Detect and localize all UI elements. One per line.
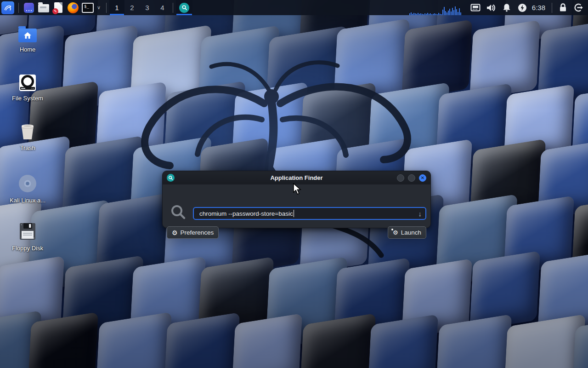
cpu-bar — [427, 13, 428, 15]
terminal-dropdown-chevron[interactable]: ∨ — [95, 5, 102, 11]
panel-separator — [552, 3, 552, 13]
cpu-bar — [419, 14, 420, 15]
titlebar[interactable]: Application Finder ✕ — [163, 171, 430, 184]
desktop-icon-home[interactable]: Home — [5, 26, 51, 53]
cpu-bar — [434, 13, 435, 15]
desktop-icon-kali-cd[interactable]: Kali Linux a... — [5, 174, 51, 204]
dropdown-arrow-icon[interactable]: ↓ — [418, 210, 422, 218]
launcher-file-manager[interactable] — [36, 0, 51, 15]
cpu-bar — [411, 12, 412, 15]
desktop-icon-trash[interactable]: Trash — [5, 122, 51, 151]
floppy-disk-icon — [18, 222, 37, 241]
command-text: chromium --password-store=basic — [199, 210, 293, 217]
command-input[interactable]: chromium --password-store=basic ↓ — [193, 207, 426, 220]
cpu-bar — [437, 14, 438, 15]
search-icon-large — [170, 204, 187, 221]
power-icon — [518, 3, 527, 12]
tray-power[interactable] — [514, 0, 530, 15]
folder-icon — [38, 4, 49, 12]
workspace-2[interactable]: 2 — [124, 0, 140, 15]
tray-volume[interactable] — [483, 0, 499, 15]
tray-lock[interactable] — [555, 0, 571, 15]
cpu-bar — [435, 14, 436, 15]
cpu-bar — [456, 9, 457, 15]
cpu-bar — [413, 13, 414, 15]
bell-icon — [503, 3, 511, 12]
workspace-1-label: 1 — [115, 4, 119, 12]
workspace-1[interactable]: 1 — [109, 0, 124, 15]
terminal-icon: $_ — [82, 3, 94, 13]
cpu-bar — [424, 13, 425, 15]
cpu-bar — [409, 13, 410, 15]
cpu-bar — [459, 8, 460, 15]
cpu-bar — [460, 12, 461, 15]
clock[interactable]: 6:38 — [532, 4, 545, 12]
cpu-bar — [445, 11, 446, 15]
tray-logout[interactable] — [571, 0, 586, 15]
cpu-bar — [440, 14, 441, 15]
ethernet-icon — [470, 4, 481, 12]
tray-notifications[interactable] — [499, 0, 514, 15]
kali-menu-button[interactable] — [0, 0, 16, 15]
trash-can-icon — [18, 122, 37, 141]
app-finder-toggle[interactable] — [176, 0, 192, 15]
cpu-bar — [442, 10, 443, 15]
active-workspace-underline — [110, 14, 124, 15]
lock-icon — [559, 3, 567, 12]
launcher-text-editor[interactable]: ✎ — [51, 0, 66, 15]
finder-active-underline — [176, 14, 192, 15]
workspace-4-label: 4 — [160, 4, 164, 12]
desktop-icon-floppy[interactable]: Floppy Disk — [5, 222, 51, 252]
minimize-button[interactable] — [397, 174, 404, 182]
launcher-window[interactable] — [22, 0, 36, 15]
home-folder-icon — [18, 29, 37, 42]
window-title: Application Finder — [163, 174, 430, 181]
cpu-bar — [438, 13, 439, 15]
cpu-bar — [420, 13, 421, 15]
top-panel: ✎ $_ ∨ 1 2 3 4 — [0, 0, 588, 15]
text-caret — [294, 210, 294, 217]
launcher-terminal[interactable]: $_ — [80, 0, 95, 15]
run-gear-icon: ⚙ — [393, 230, 398, 236]
workspace-4[interactable]: 4 — [155, 0, 170, 15]
cpu-bar — [451, 12, 452, 15]
gear-icon: ⚙ — [172, 230, 178, 236]
cpu-bar — [449, 9, 450, 15]
workspace-2-label: 2 — [130, 4, 134, 12]
cpu-bar — [455, 6, 456, 15]
close-button[interactable]: ✕ — [419, 174, 426, 182]
cpu-bar — [453, 10, 454, 15]
launcher-firefox[interactable] — [66, 0, 80, 15]
desktop-icon-label: Trash — [20, 144, 35, 151]
maximize-button[interactable] — [408, 174, 415, 182]
cpu-bar — [444, 7, 445, 15]
mouse-cursor — [293, 183, 303, 195]
desktop-icon-label: Floppy Disk — [12, 245, 43, 252]
workspace-3[interactable]: 3 — [140, 0, 155, 15]
document-icon: ✎ — [54, 2, 62, 13]
preferences-button[interactable]: ⚙ Preferences — [167, 226, 219, 239]
cpu-bar — [452, 8, 453, 15]
cpu-bar — [416, 14, 417, 15]
close-icon: ✕ — [421, 175, 424, 180]
desktop-icon-label: Kali Linux a... — [10, 197, 45, 204]
application-finder-window: Application Finder ✕ chromium --password… — [162, 171, 431, 228]
cpu-graph[interactable] — [409, 0, 461, 16]
search-icon — [179, 3, 189, 13]
cpu-bar — [423, 14, 424, 15]
cpu-bar — [412, 14, 413, 15]
logout-icon — [574, 3, 583, 12]
desktop-icon-file-system[interactable]: File System — [5, 75, 51, 102]
hard-disk-icon — [19, 75, 36, 91]
preferences-label: Preferences — [181, 229, 214, 236]
desktop-icon-label: File System — [12, 95, 43, 102]
cpu-bar — [441, 14, 442, 15]
cpu-bar — [426, 14, 427, 15]
app-finder-window-icon — [167, 174, 175, 182]
tray-network[interactable] — [468, 0, 483, 15]
cpu-bar — [448, 11, 449, 15]
launch-button[interactable]: ⚙ Launch — [388, 226, 426, 239]
cpu-bar — [415, 13, 416, 15]
desktop-icon-label: Home — [20, 46, 36, 53]
cpu-bar — [458, 12, 458, 15]
